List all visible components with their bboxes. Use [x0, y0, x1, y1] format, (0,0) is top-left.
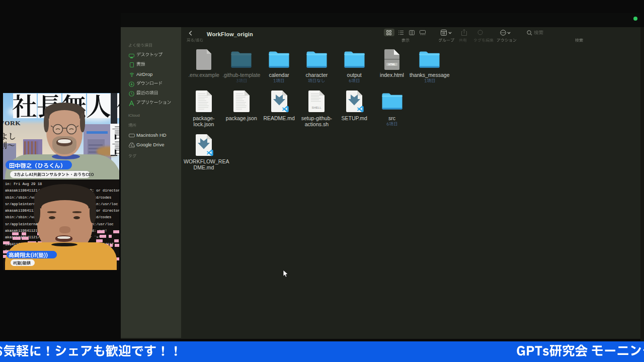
svg-text:HTML: HTML — [388, 63, 395, 66]
svg-text:SHELL: SHELL — [312, 106, 322, 109]
